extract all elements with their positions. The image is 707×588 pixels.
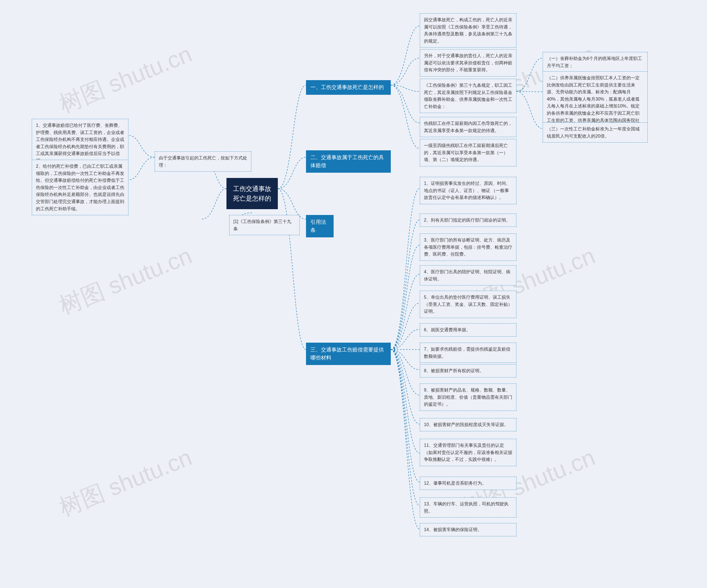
- root-node: 工伤交通事故死亡是怎样的: [227, 178, 278, 209]
- section1-c1: （一）丧葬补助金为6个月的统筹地区上年度职工月平均工资；: [543, 52, 648, 72]
- section3-item-6: 6、就医交通费用单据。: [420, 323, 516, 336]
- section1-d: 伤残职工在停工留薪期内因工伤导致死亡的，其近亲属享受本条第一款规定的待遇。: [420, 117, 516, 137]
- law-item: [1]《工伤保险条例》第三十九条: [229, 215, 300, 235]
- section3-item-9: 9、被损害财产的品名、规格、数额、数量、质地、新旧程度、价值（贵重物品需有关部门…: [420, 384, 516, 411]
- section2-intro: 由于交通事故引起的工伤死亡，按如下方式处理：: [155, 152, 251, 172]
- section3-item-4: 4、医疗部门出具的陪护证明、转院证明、病休证明。: [420, 265, 516, 286]
- section1-title: 一、工伤交通事故死亡是怎样的: [306, 80, 391, 95]
- watermark: 树图 shutu.cn: [55, 38, 197, 120]
- law-title: 引用法条: [306, 215, 334, 237]
- watermark: 树图 shutu.cn: [55, 442, 197, 524]
- section3-item-8: 8、被损害财产所有权的证明。: [420, 364, 516, 378]
- section2-b: 2、给付的死亡补偿费，已由工亡职工或亲属领取的，工伤保险的一次性工亡补助金不再发…: [32, 160, 128, 215]
- section3-item-2: 2、到有关部门指定的医疗部门就诊的证明。: [420, 214, 516, 227]
- section1-a: 因交通事故死亡，构成工伤的，死亡人的近亲属可以按照《工伤保险条例》享受工伤待遇，…: [420, 13, 516, 47]
- section3-item-7: 7、如要求伤残赔偿，需提供伤残鉴定及赔偿数额依据。: [420, 342, 516, 363]
- section1-b: 另外，对于交通事故的责任人，死亡人的近亲属还可以依法要求其承担侵权责任，但两种赔…: [420, 49, 516, 76]
- section3-item-5: 5、单位出具的垫付医疗费用证明、误工损失（受害人工资、奖金、误工天数、固定补贴）…: [420, 291, 516, 318]
- section3-item-14: 14、被损害车辆的保险证明。: [420, 523, 516, 536]
- section3-title: 三、交通事故工伤赔偿需要提供哪些材料: [306, 342, 391, 365]
- section3-item-1: 1、证明损害事实发生的经过、原因、时间、地点的书证（证人、证言）、物证 （一般事…: [420, 177, 516, 204]
- section3-item-11: 11、交通管理部门有关事实及责任的认定 （如果对责任认定不服的，应该准备相关证据…: [420, 439, 516, 466]
- watermark: 树图 shutu.cn: [55, 240, 197, 322]
- section1-c3: （三）一次性工亡补助金标准为上一年度全国城镇居民人均可支配收入的20倍。: [543, 122, 648, 142]
- section3-item-3: 3、医疗部门的所有诊断证明、处方、病历及各项医疗费用单据，包括：挂号费、检查治疗…: [420, 233, 516, 261]
- section3-item-10: 10、被损害财产的毁损程度或灭失等证据。: [420, 418, 516, 431]
- section3-item-12: 12、肇事司机是否系职务行为。: [420, 477, 516, 490]
- section2-title: 二、交通事故属于工伤死亡的具体赔偿: [306, 150, 391, 173]
- section3-item-13: 13、车辆的行车、运营执照，司机的驾驶执照。: [420, 497, 516, 518]
- section1-c: 《工伤保险条例》第三十九条规定，职工因工死亡，其近亲属按照下列规定从工伤保险基金…: [420, 79, 516, 113]
- section1-e: 一级至四级伤残职工在停工留薪期满后死亡的，其近亲属可以享受本条第一款第（一）项、…: [420, 139, 516, 166]
